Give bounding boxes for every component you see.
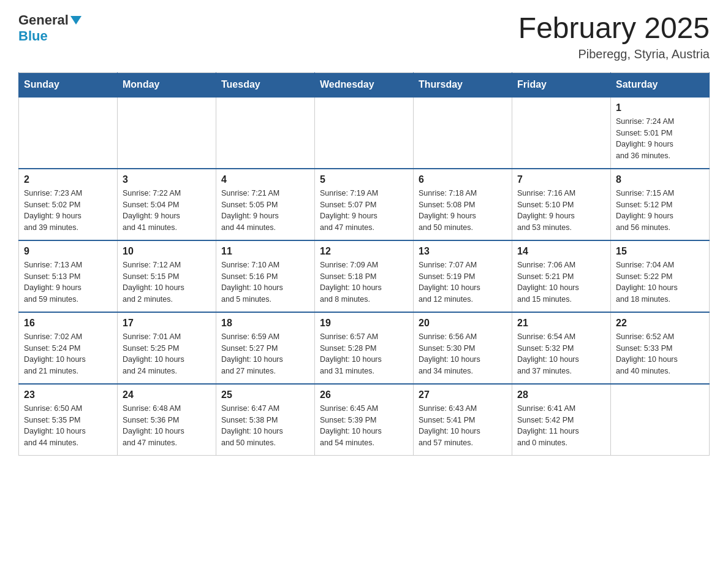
day-info: Sunrise: 7:16 AMSunset: 5:10 PMDaylight:… (517, 188, 605, 234)
day-number: 10 (123, 246, 211, 257)
calendar-week-2: 2Sunrise: 7:23 AMSunset: 5:02 PMDaylight… (19, 169, 710, 240)
calendar-cell: 17Sunrise: 7:01 AMSunset: 5:25 PMDayligh… (118, 312, 216, 384)
calendar-cell: 7Sunrise: 7:16 AMSunset: 5:10 PMDaylight… (512, 169, 611, 240)
day-number: 12 (320, 246, 408, 257)
day-info: Sunrise: 7:22 AMSunset: 5:04 PMDaylight:… (123, 188, 211, 234)
day-info: Sunrise: 6:52 AMSunset: 5:33 PMDaylight:… (616, 331, 704, 377)
day-info: Sunrise: 7:06 AMSunset: 5:21 PMDaylight:… (517, 259, 605, 305)
logo-text: General Blue (18, 12, 82, 45)
day-number: 23 (24, 389, 112, 400)
calendar-cell: 18Sunrise: 6:59 AMSunset: 5:27 PMDayligh… (216, 312, 315, 384)
day-number: 1 (616, 102, 704, 113)
calendar-cell: 3Sunrise: 7:22 AMSunset: 5:04 PMDaylight… (118, 169, 216, 240)
day-info: Sunrise: 7:04 AMSunset: 5:22 PMDaylight:… (616, 259, 704, 305)
day-info: Sunrise: 7:07 AMSunset: 5:19 PMDaylight:… (419, 259, 507, 305)
calendar-cell: 14Sunrise: 7:06 AMSunset: 5:21 PMDayligh… (512, 240, 611, 312)
day-info: Sunrise: 7:02 AMSunset: 5:24 PMDaylight:… (24, 331, 112, 377)
day-info: Sunrise: 6:43 AMSunset: 5:41 PMDaylight:… (419, 403, 507, 449)
month-title: February 2025 (518, 12, 710, 45)
day-info: Sunrise: 7:01 AMSunset: 5:25 PMDaylight:… (123, 331, 211, 377)
calendar-cell: 8Sunrise: 7:15 AMSunset: 5:12 PMDaylight… (611, 169, 710, 240)
calendar-cell: 22Sunrise: 6:52 AMSunset: 5:33 PMDayligh… (611, 312, 710, 384)
calendar-week-1: 1Sunrise: 7:24 AMSunset: 5:01 PMDaylight… (19, 97, 710, 169)
calendar-cell: 13Sunrise: 7:07 AMSunset: 5:19 PMDayligh… (414, 240, 512, 312)
calendar-cell: 9Sunrise: 7:13 AMSunset: 5:13 PMDaylight… (19, 240, 118, 312)
day-info: Sunrise: 7:19 AMSunset: 5:07 PMDaylight:… (320, 188, 408, 234)
day-number: 14 (517, 246, 605, 257)
day-number: 22 (616, 318, 704, 329)
calendar-cell: 28Sunrise: 6:41 AMSunset: 5:42 PMDayligh… (512, 384, 611, 456)
day-info: Sunrise: 6:50 AMSunset: 5:35 PMDaylight:… (24, 403, 112, 449)
day-number: 15 (616, 246, 704, 257)
day-info: Sunrise: 6:54 AMSunset: 5:32 PMDaylight:… (517, 331, 605, 377)
calendar-cell: 1Sunrise: 7:24 AMSunset: 5:01 PMDaylight… (611, 97, 710, 169)
day-number: 2 (24, 174, 112, 185)
day-number: 20 (419, 318, 507, 329)
calendar-cell: 11Sunrise: 7:10 AMSunset: 5:16 PMDayligh… (216, 240, 315, 312)
logo-general: General (18, 12, 69, 28)
calendar-header-friday: Friday (512, 72, 611, 97)
calendar-header-saturday: Saturday (611, 72, 710, 97)
calendar-cell: 4Sunrise: 7:21 AMSunset: 5:05 PMDaylight… (216, 169, 315, 240)
calendar-cell (414, 97, 512, 169)
day-number: 27 (419, 389, 507, 400)
day-number: 4 (221, 174, 309, 185)
day-info: Sunrise: 7:24 AMSunset: 5:01 PMDaylight:… (616, 116, 704, 162)
calendar-cell: 21Sunrise: 6:54 AMSunset: 5:32 PMDayligh… (512, 312, 611, 384)
logo-triangle-icon (70, 16, 82, 25)
calendar-cell: 2Sunrise: 7:23 AMSunset: 5:02 PMDaylight… (19, 169, 118, 240)
day-info: Sunrise: 7:10 AMSunset: 5:16 PMDaylight:… (221, 259, 309, 305)
calendar-header-tuesday: Tuesday (216, 72, 315, 97)
day-info: Sunrise: 7:18 AMSunset: 5:08 PMDaylight:… (419, 188, 507, 234)
calendar-week-3: 9Sunrise: 7:13 AMSunset: 5:13 PMDaylight… (19, 240, 710, 312)
calendar-cell: 5Sunrise: 7:19 AMSunset: 5:07 PMDaylight… (315, 169, 414, 240)
calendar-table: SundayMondayTuesdayWednesdayThursdayFrid… (18, 72, 710, 456)
day-info: Sunrise: 7:12 AMSunset: 5:15 PMDaylight:… (123, 259, 211, 305)
calendar-cell: 26Sunrise: 6:45 AMSunset: 5:39 PMDayligh… (315, 384, 414, 456)
calendar-cell: 12Sunrise: 7:09 AMSunset: 5:18 PMDayligh… (315, 240, 414, 312)
day-info: Sunrise: 7:13 AMSunset: 5:13 PMDaylight:… (24, 259, 112, 305)
calendar-cell (315, 97, 414, 169)
calendar-cell: 16Sunrise: 7:02 AMSunset: 5:24 PMDayligh… (19, 312, 118, 384)
calendar-header-row: SundayMondayTuesdayWednesdayThursdayFrid… (19, 72, 710, 97)
calendar-cell: 24Sunrise: 6:48 AMSunset: 5:36 PMDayligh… (118, 384, 216, 456)
day-info: Sunrise: 6:57 AMSunset: 5:28 PMDaylight:… (320, 331, 408, 377)
day-number: 24 (123, 389, 211, 400)
calendar-cell: 25Sunrise: 6:47 AMSunset: 5:38 PMDayligh… (216, 384, 315, 456)
day-info: Sunrise: 7:23 AMSunset: 5:02 PMDaylight:… (24, 188, 112, 234)
calendar-cell (611, 384, 710, 456)
day-info: Sunrise: 7:09 AMSunset: 5:18 PMDaylight:… (320, 259, 408, 305)
calendar-week-5: 23Sunrise: 6:50 AMSunset: 5:35 PMDayligh… (19, 384, 710, 456)
day-info: Sunrise: 6:47 AMSunset: 5:38 PMDaylight:… (221, 403, 309, 449)
page-header: General Blue February 2025 Piberegg, Sty… (18, 12, 710, 61)
day-number: 21 (517, 318, 605, 329)
calendar-header-thursday: Thursday (414, 72, 512, 97)
calendar-cell (216, 97, 315, 169)
calendar-cell: 6Sunrise: 7:18 AMSunset: 5:08 PMDaylight… (414, 169, 512, 240)
day-number: 9 (24, 246, 112, 257)
day-number: 8 (616, 174, 704, 185)
calendar-header-monday: Monday (118, 72, 216, 97)
calendar-cell (19, 97, 118, 169)
calendar-cell: 27Sunrise: 6:43 AMSunset: 5:41 PMDayligh… (414, 384, 512, 456)
calendar-cell: 19Sunrise: 6:57 AMSunset: 5:28 PMDayligh… (315, 312, 414, 384)
calendar-cell: 20Sunrise: 6:56 AMSunset: 5:30 PMDayligh… (414, 312, 512, 384)
title-block: February 2025 Piberegg, Styria, Austria (518, 12, 710, 61)
day-number: 16 (24, 318, 112, 329)
day-number: 26 (320, 389, 408, 400)
day-number: 18 (221, 318, 309, 329)
calendar-cell: 15Sunrise: 7:04 AMSunset: 5:22 PMDayligh… (611, 240, 710, 312)
day-number: 7 (517, 174, 605, 185)
day-info: Sunrise: 7:21 AMSunset: 5:05 PMDaylight:… (221, 188, 309, 234)
day-number: 6 (419, 174, 507, 185)
day-number: 3 (123, 174, 211, 185)
day-number: 28 (517, 389, 605, 400)
day-info: Sunrise: 6:56 AMSunset: 5:30 PMDaylight:… (419, 331, 507, 377)
logo: General Blue (18, 12, 82, 45)
location-subtitle: Piberegg, Styria, Austria (518, 47, 710, 61)
day-number: 17 (123, 318, 211, 329)
calendar-cell (512, 97, 611, 169)
calendar-cell: 23Sunrise: 6:50 AMSunset: 5:35 PMDayligh… (19, 384, 118, 456)
calendar-header-sunday: Sunday (19, 72, 118, 97)
day-number: 5 (320, 174, 408, 185)
